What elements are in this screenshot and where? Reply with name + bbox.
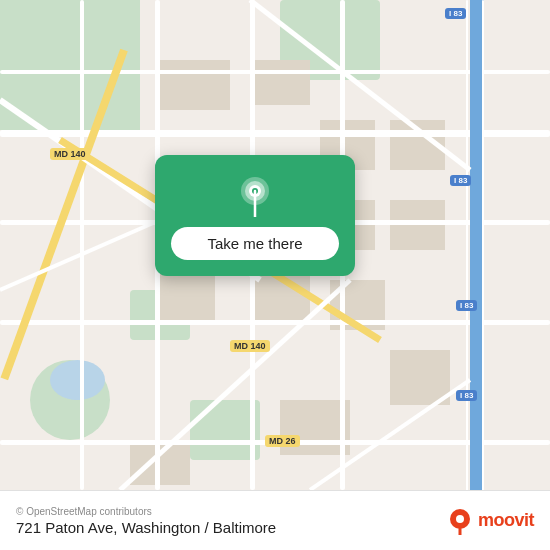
info-bar: © OpenStreetMap contributors 721 Paton A…: [0, 490, 550, 550]
highway-line2: [482, 0, 484, 550]
action-card: Take me there: [155, 155, 355, 276]
block-4: [250, 270, 310, 320]
i83-label-4: I 83: [456, 390, 477, 401]
block-2: [250, 60, 310, 105]
md26-label-1: MD 26: [265, 435, 300, 447]
i83-label-1: I 83: [445, 8, 466, 19]
block-3: [160, 270, 215, 325]
i83-label-3: I 83: [456, 300, 477, 311]
water-area: [50, 360, 105, 400]
block-6: [130, 440, 190, 485]
address-section: © OpenStreetMap contributors 721 Paton A…: [16, 506, 276, 536]
block-1: [160, 60, 230, 110]
take-me-there-button[interactable]: Take me there: [171, 227, 339, 260]
block-10: [390, 200, 445, 250]
block-12: [390, 350, 450, 405]
md140-label-1: MD 140: [50, 148, 90, 160]
location-pin-icon: [233, 173, 277, 217]
moovit-pin-icon: [446, 507, 474, 535]
highway-line: [466, 0, 468, 550]
address-text: 721 Paton Ave, Washington / Baltimore: [16, 519, 276, 536]
block-8: [390, 120, 445, 170]
moovit-logo: moovit: [446, 507, 534, 535]
md140-label-3: MD 140: [230, 340, 270, 352]
map-container: MD 140 MD 140 MD 140 MD 26 MD 26 I 83 I …: [0, 0, 550, 550]
svg-point-11: [456, 515, 464, 523]
moovit-brand-name: moovit: [478, 510, 534, 531]
osm-attribution: © OpenStreetMap contributors: [16, 506, 276, 517]
road-v4: [80, 0, 84, 490]
i83-label-2: I 83: [450, 175, 471, 186]
